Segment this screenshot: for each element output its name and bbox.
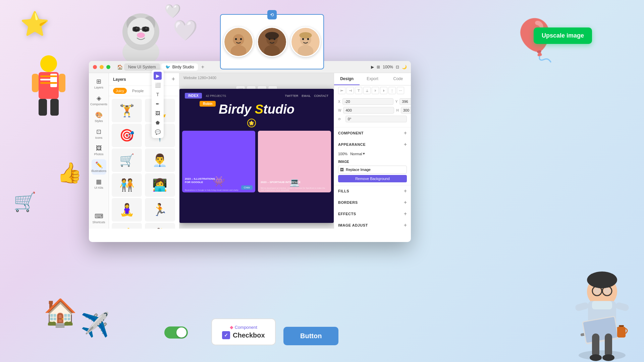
effects-add[interactable]: + bbox=[404, 211, 407, 217]
tool-text[interactable]: T bbox=[154, 90, 162, 99]
borders-add[interactable]: + bbox=[404, 199, 407, 205]
checkbox-icon[interactable]: ✓ bbox=[222, 331, 230, 339]
h-label: H bbox=[396, 109, 398, 112]
image-section: IMAGE 🖼 Replace Image Remove Background bbox=[334, 157, 411, 185]
svg-point-58 bbox=[298, 45, 314, 57]
new-tab-button[interactable]: + bbox=[199, 64, 206, 70]
svg-point-59 bbox=[299, 32, 312, 39]
checkbox-label: Checkbox bbox=[233, 331, 265, 339]
canvas-area[interactable]: ⬜ ✂ ▣ ⟡ Website 1280×3400 INDEX 42 PROJE… bbox=[179, 73, 334, 229]
component-section-header[interactable]: COMPONENT + bbox=[334, 127, 411, 139]
align-center-h[interactable]: ⊣ bbox=[346, 87, 354, 94]
svg-text:🌟: 🌟 bbox=[249, 120, 255, 126]
layer-thumb-7[interactable]: 🧑‍🤝‍🧑 bbox=[112, 173, 142, 197]
layer-thumb-3[interactable]: 🎯 bbox=[112, 124, 142, 147]
svg-point-54 bbox=[269, 38, 271, 40]
toggle-track[interactable] bbox=[164, 326, 188, 339]
y-input[interactable] bbox=[399, 98, 411, 105]
align-center-v[interactable]: ⊦ bbox=[372, 87, 379, 94]
website-card-2: 💻 2023 – SPORTHUB INTERFACE We've develo… bbox=[258, 131, 331, 192]
remove-background-button[interactable]: Remove Background bbox=[338, 175, 407, 182]
svg-rect-34 bbox=[575, 302, 589, 312]
tool-shape[interactable]: ⬟ bbox=[154, 119, 162, 127]
component-text: Component bbox=[235, 325, 257, 330]
distribute-h[interactable]: ⋮ bbox=[388, 87, 396, 94]
layers-add-button[interactable]: + bbox=[171, 76, 175, 83]
fills-section[interactable]: FILLS + bbox=[334, 185, 411, 197]
tab-design[interactable]: Design bbox=[334, 73, 360, 85]
svg-point-4 bbox=[127, 18, 154, 45]
align-top[interactable]: ⊥ bbox=[363, 87, 371, 94]
w-input[interactable] bbox=[343, 107, 394, 114]
rotation-input[interactable] bbox=[345, 116, 407, 122]
y-label: Y bbox=[395, 100, 398, 104]
align-left[interactable]: ⊢ bbox=[338, 87, 345, 94]
moon-icon: 🌙 bbox=[402, 65, 407, 69]
image-adjust-section[interactable]: IMAGE ADJUST + bbox=[334, 220, 411, 229]
layer-thumb-10[interactable]: 🏃 bbox=[145, 198, 175, 222]
app-window: 🏠 New UI System 🐦 Birdy Studio + ▶ ⊞ 100… bbox=[89, 61, 411, 242]
zoom-control: ▶ ⊞ 100% ⊡ 🌙 bbox=[371, 65, 407, 69]
align-bottom[interactable]: ⊧ bbox=[380, 87, 387, 94]
layer-thumb-1[interactable]: 🏋️ bbox=[112, 99, 142, 122]
image-adjust-add[interactable]: + bbox=[404, 222, 407, 228]
tool-pen[interactable]: ✒ bbox=[154, 100, 162, 108]
tool-comment[interactable]: 💬 bbox=[154, 128, 162, 136]
component-add[interactable]: + bbox=[404, 130, 407, 136]
card2-desc: We've developed an intuitive, modern int… bbox=[261, 187, 328, 191]
appearance-section-header[interactable]: APPEARANCE + bbox=[334, 139, 411, 150]
x-label: X bbox=[338, 100, 340, 104]
sidebar-item-shortcuts[interactable]: ⌨ Shortcuts bbox=[92, 210, 106, 226]
traffic-light-yellow[interactable] bbox=[100, 65, 104, 69]
main-button[interactable]: Button bbox=[283, 327, 338, 345]
svg-point-48 bbox=[235, 38, 237, 40]
fills-add[interactable]: + bbox=[404, 188, 407, 194]
sidebar-item-illustrations[interactable]: ✏️ Illustrations bbox=[92, 159, 106, 175]
layers-tab-juicy[interactable]: Juicy bbox=[113, 88, 127, 94]
tab-export[interactable]: Export bbox=[360, 73, 385, 85]
layers-panel: Layers + Juicy People 🏋️ 🧘 🎯 bbox=[109, 73, 179, 229]
replace-image-button[interactable]: 🖼 Replace Image bbox=[338, 166, 407, 174]
sidebar-item-components[interactable]: ◈ Components bbox=[92, 93, 106, 108]
layer-thumb-6[interactable]: 👨‍💼 bbox=[145, 148, 175, 172]
sidebar-item-styles[interactable]: 🎨 Styles bbox=[92, 109, 106, 125]
blend-mode[interactable]: Normal ▾ bbox=[350, 152, 365, 156]
layer-thumb-12[interactable]: 💃 bbox=[145, 223, 175, 229]
upscale-image-button[interactable]: Upscale image bbox=[534, 27, 592, 44]
borders-section[interactable]: BORDERS + bbox=[334, 197, 411, 208]
plane-decoration: ✈️ bbox=[80, 311, 110, 339]
icons-icon: ⊡ bbox=[96, 128, 101, 135]
layer-thumb-9[interactable]: 🧘‍♀️ bbox=[112, 198, 142, 222]
layer-thumb-11[interactable]: 🤸 bbox=[112, 223, 142, 229]
h-input[interactable] bbox=[401, 107, 411, 114]
traffic-light-red[interactable] bbox=[93, 65, 97, 69]
sidebar-item-icons[interactable]: ⊡ Icons bbox=[92, 126, 106, 141]
tool-select[interactable]: ▶ bbox=[154, 72, 162, 80]
effects-section[interactable]: EFFECTS + bbox=[334, 208, 411, 220]
sidebar-item-photos[interactable]: 🖼 Photos bbox=[92, 143, 106, 158]
layers-tab-people[interactable]: People bbox=[129, 88, 146, 94]
tab-birdy-studio[interactable]: 🐦 Birdy Studio bbox=[161, 63, 198, 71]
sidebar-item-layers[interactable]: ⊞ Layers bbox=[92, 76, 106, 91]
resize-handle[interactable]: ⟲ bbox=[267, 10, 277, 19]
tab-code[interactable]: Code bbox=[385, 73, 411, 85]
svg-rect-17 bbox=[39, 99, 47, 116]
toggle-component[interactable] bbox=[164, 326, 188, 339]
traffic-light-green[interactable] bbox=[106, 65, 110, 69]
tool-image[interactable]: 🖼 bbox=[154, 109, 162, 117]
svg-rect-43 bbox=[617, 327, 626, 338]
distribute-v[interactable]: ⋯ bbox=[397, 87, 404, 94]
x-input[interactable] bbox=[342, 98, 393, 105]
appearance-values: 100% Normal ▾ bbox=[334, 150, 411, 157]
heart-decoration-2: 🤍 bbox=[173, 18, 198, 42]
align-right[interactable]: ⊤ bbox=[355, 87, 362, 94]
sidebar-item-uikits[interactable]: ▦ UI Kits bbox=[92, 176, 106, 191]
appearance-add[interactable]: + bbox=[404, 141, 407, 147]
rotation-icon: ⟳ bbox=[338, 117, 343, 121]
layer-thumb-8[interactable]: 👩‍💻 bbox=[145, 173, 175, 197]
effects-title: EFFECTS bbox=[338, 212, 356, 216]
svg-rect-21 bbox=[40, 79, 57, 80]
tool-frame[interactable]: ⬜ bbox=[154, 81, 162, 89]
svg-point-52 bbox=[264, 45, 280, 57]
layer-thumb-5[interactable]: 🛒 bbox=[112, 148, 142, 172]
